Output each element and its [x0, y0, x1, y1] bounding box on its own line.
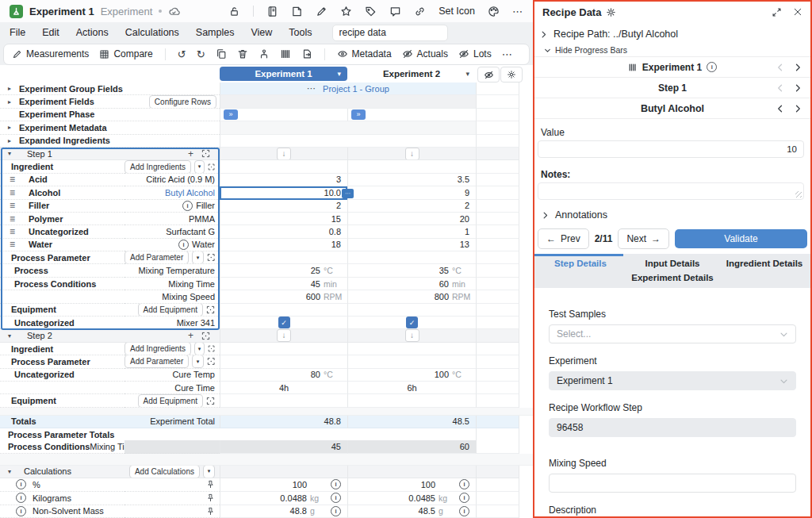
drag-handle-icon[interactable]: ≡ — [10, 239, 21, 250]
step2-header[interactable]: ▾Step 2 + — [0, 329, 220, 342]
add-ingredients-button[interactable]: Add Ingredients — [124, 160, 191, 173]
value-cell-exp2[interactable]: 35°C — [347, 264, 476, 277]
info-icon[interactable]: i — [331, 479, 341, 489]
experiment1-column-header[interactable]: Experiment 1 ▾ — [220, 67, 347, 81]
value-cell-exp2[interactable]: 6h — [347, 382, 476, 394]
note-icon[interactable] — [291, 6, 303, 17]
section-experiment-metadata[interactable]: ▸Experiment Metadata — [0, 121, 220, 134]
focus-step-icon[interactable] — [201, 332, 210, 340]
measurements-button[interactable]: Measurements — [12, 48, 89, 59]
compare-button[interactable]: Compare — [99, 48, 152, 59]
section-experiment-group-fields[interactable]: ▸Experiment Group Fields — [0, 82, 220, 95]
menu-edit[interactable]: Edit — [42, 27, 59, 38]
link-icon[interactable] — [414, 6, 426, 17]
drag-handle-icon[interactable]: ≡ — [10, 174, 21, 185]
info-icon[interactable]: i — [16, 493, 26, 503]
tab-step-details[interactable]: Step Details — [534, 259, 626, 268]
add-equipment-button[interactable]: Add Equipment — [138, 304, 203, 317]
tag-icon[interactable] — [365, 6, 377, 17]
palette-icon[interactable] — [488, 6, 500, 17]
drag-handle-icon[interactable]: ≡ — [10, 187, 21, 198]
trash-icon[interactable] — [237, 48, 248, 59]
more-options-button[interactable]: ⋯ — [512, 6, 523, 17]
value-cell-exp1[interactable]: 45min — [220, 278, 347, 290]
value-input[interactable] — [538, 140, 804, 158]
step1-header[interactable]: ▾Step 1 + — [0, 148, 220, 160]
menu-actions[interactable]: Actions — [76, 27, 109, 38]
prev-experiment-button[interactable] — [776, 63, 785, 72]
next-ingredient-button[interactable] — [793, 104, 802, 113]
add-parameter-button[interactable]: Add Parameter — [124, 355, 189, 368]
redo-icon[interactable]: ↻ — [197, 49, 205, 59]
undo-icon[interactable]: ↺ — [178, 49, 186, 59]
tab-experiment-details[interactable]: Experiment Details — [534, 273, 810, 282]
journal-icon[interactable] — [266, 6, 278, 17]
add-parameter-caret[interactable]: ▾ — [192, 251, 203, 264]
hide-progress-bars-toggle[interactable]: Hide Progress Bars — [544, 45, 806, 55]
next-button[interactable]: Next→ — [618, 228, 669, 249]
notes-textarea[interactable] — [538, 182, 804, 200]
parameter-name-cell[interactable]: Cure Time — [124, 382, 220, 394]
ingredient-name-cell[interactable]: iFiller — [124, 200, 220, 213]
parameter-name-cell[interactable]: Mixing Temperature — [124, 264, 220, 277]
value-cell-exp2[interactable]: 13 — [347, 239, 476, 251]
project-group-link[interactable]: Project 1 - Group — [323, 84, 389, 94]
info-icon[interactable]: i — [16, 506, 26, 516]
value-cell-exp2[interactable]: 20 — [347, 213, 476, 225]
tab-input-details[interactable]: Input Details — [626, 259, 718, 268]
barcode-icon[interactable] — [280, 48, 291, 59]
set-icon-button[interactable]: Set Icon — [439, 6, 475, 17]
focus-step-icon[interactable] — [201, 149, 210, 158]
ingredient-name-cell[interactable]: PMMA — [124, 213, 220, 225]
ingredient-name-cell[interactable]: Citric Acid (0.9 M) — [124, 174, 220, 186]
value-cell-exp1[interactable]: 15 — [220, 213, 347, 225]
annotations-toggle[interactable]: Annotations — [541, 209, 804, 221]
value-cell-exp1[interactable]: 80°C — [220, 369, 347, 382]
resize-handle[interactable] — [795, 191, 802, 198]
hide-columns-button[interactable] — [477, 67, 500, 82]
fill-down-button[interactable]: ↓ — [277, 148, 291, 160]
add-parameter-caret[interactable]: ▾ — [192, 355, 203, 368]
menu-calculations[interactable]: Calculations — [125, 27, 179, 38]
value-cell-exp1[interactable]: 2 — [220, 200, 347, 213]
chat-icon[interactable] — [389, 6, 401, 17]
lock-open-icon[interactable] — [228, 6, 240, 17]
equipment-checkbox-checked[interactable]: ✓ — [278, 317, 290, 328]
expand-phase-button[interactable]: » — [224, 109, 238, 120]
menu-samples[interactable]: Samples — [196, 27, 235, 38]
drag-handle-icon[interactable]: ≡ — [10, 200, 21, 211]
next-step-button[interactable] — [793, 83, 802, 93]
fill-down-button[interactable]: ↓ — [405, 148, 419, 160]
value-cell-exp1[interactable]: 18 — [220, 239, 347, 251]
experiment2-column-header[interactable]: Experiment 2 ▾ — [347, 67, 476, 81]
copy-icon[interactable] — [216, 48, 227, 59]
pin-icon[interactable] — [206, 480, 215, 489]
selected-value-cell-exp1[interactable]: 10.0 — [220, 186, 347, 199]
add-ingredients-button[interactable]: Add Ingredients — [124, 343, 191, 355]
drag-handle-icon[interactable]: ≡ — [10, 226, 21, 237]
toolbar-more-button[interactable]: ⋯ — [502, 48, 513, 60]
add-step-button[interactable]: + — [188, 148, 193, 159]
info-icon[interactable]: i — [459, 493, 469, 503]
add-parameter-button[interactable]: Add Parameter — [124, 251, 189, 264]
add-equipment-button[interactable]: Add Equipment — [138, 394, 203, 407]
search-input[interactable] — [332, 25, 448, 41]
export-icon[interactable] — [301, 48, 312, 59]
metadata-toggle[interactable]: Metadata — [337, 48, 392, 59]
value-cell-exp1[interactable]: 600RPM — [220, 290, 347, 303]
info-icon[interactable]: i — [331, 506, 341, 516]
ingredient-name-cell[interactable]: iWater — [124, 239, 220, 251]
fill-down-button[interactable]: ↓ — [405, 329, 419, 342]
lots-toggle[interactable]: Lots — [458, 48, 492, 59]
validate-button[interactable]: Validate — [675, 229, 807, 248]
ingredient-name-cell[interactable]: Butyl Alcohol — [124, 186, 220, 199]
info-icon[interactable]: i — [459, 506, 469, 516]
next-experiment-button[interactable] — [793, 63, 802, 72]
parameter-name-cell[interactable]: Cure Temp — [124, 369, 220, 382]
info-icon[interactable]: i — [459, 479, 469, 489]
recipe-path-row[interactable]: Recipe Path: ../Butyl Alcohol — [539, 29, 806, 40]
recipe-workflow-step-input[interactable]: 96458 — [549, 418, 796, 437]
popout-icon[interactable] — [772, 7, 782, 17]
value-cell-exp2[interactable]: 1 — [347, 225, 476, 238]
pen-icon[interactable] — [316, 6, 327, 17]
